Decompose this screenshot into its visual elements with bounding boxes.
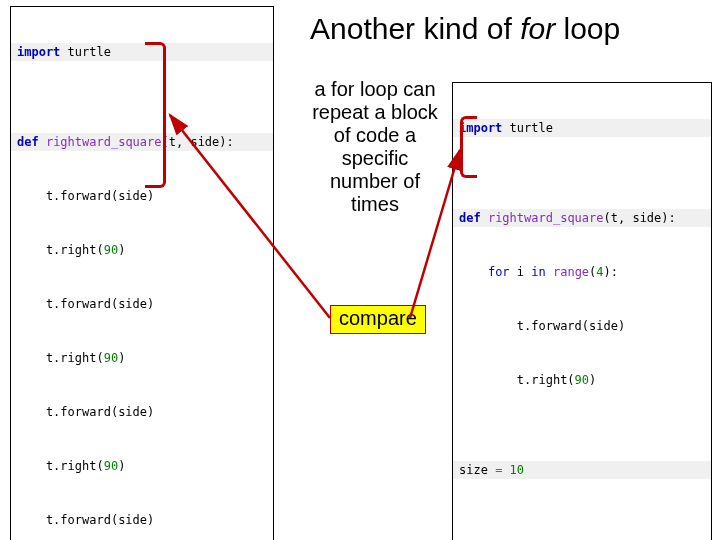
code-line: t.right(90) — [11, 349, 273, 367]
code-line: t.forward(side) — [11, 403, 273, 421]
code-line: for i in range(4): — [453, 263, 711, 281]
code-line: def rightward_square(t, side): — [453, 209, 711, 227]
bracket-right-icon — [460, 116, 477, 178]
code-line: size = 10 — [453, 461, 711, 479]
slide: Another kind of for loop a for loop can … — [0, 0, 720, 540]
code-line: t.right(90) — [11, 241, 273, 259]
code-line: t.right(90) — [11, 457, 273, 475]
code-line: t.forward(side) — [453, 317, 711, 335]
code-block-left: import turtle def rightward_square(t, si… — [10, 6, 274, 540]
code-line: import turtle — [11, 43, 273, 61]
code-line: import turtle — [453, 119, 711, 137]
title-for: for — [520, 12, 555, 45]
code-line: def rightward_square(t, side): — [11, 133, 273, 151]
description-text: a for loop can repeat a block of code a … — [310, 78, 440, 216]
code-line: t.forward(side) — [11, 511, 273, 529]
code-line: t.right(90) — [453, 371, 711, 389]
code-line: t.forward(side) — [11, 295, 273, 313]
compare-label: compare — [330, 305, 426, 334]
title-post: loop — [555, 12, 620, 45]
title-pre: Another kind of — [310, 12, 520, 45]
code-block-right: import turtle def rightward_square(t, si… — [452, 82, 712, 540]
code-line: t.forward(side) — [11, 187, 273, 205]
bracket-left-icon — [145, 42, 166, 188]
slide-title: Another kind of for loop — [310, 12, 620, 46]
